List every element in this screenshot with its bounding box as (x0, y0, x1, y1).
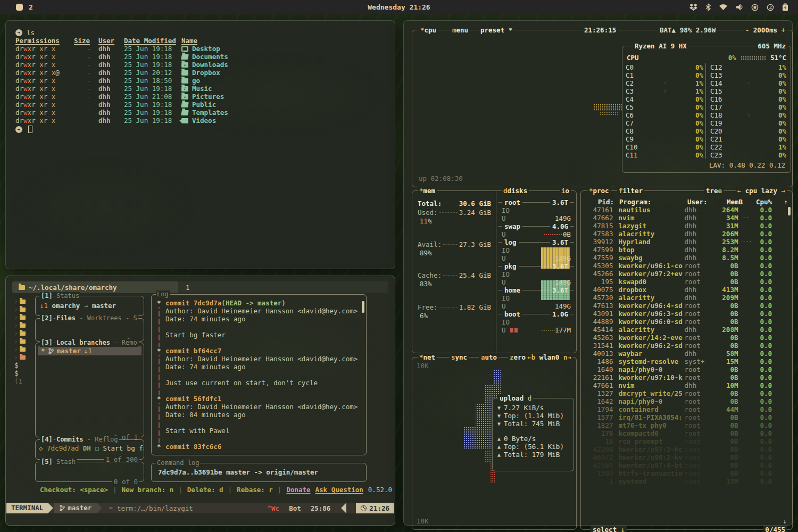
proc-row[interactable]: 1327dmcrypt_write/25root0B0.0 (586, 389, 788, 397)
proc-header-cpu[interactable]: Cpu% (743, 198, 788, 206)
proc-select-footer[interactable]: select ↓ (591, 526, 627, 532)
tab-index[interactable]: 1 (178, 284, 197, 292)
proc-row[interactable]: 47161nautilusdhh264M0.0 (586, 206, 788, 214)
disk-name-line: log3.6T (496, 238, 576, 246)
core-percent: 0% (684, 95, 703, 103)
proc-row[interactable]: 176kcompactd0root0B0.0 (586, 429, 788, 437)
name-cell[interactable]: Documents (177, 53, 228, 61)
tab-working-directory[interactable]: ~/.local/share/omarchy (12, 281, 178, 293)
lazygit-log-panel[interactable]: Log *commit 7dc9d7a (HEAD -> master)Auth… (151, 294, 367, 455)
gutter-row[interactable]: › (14, 345, 32, 353)
name-cell[interactable]: go (177, 77, 200, 85)
shell-prompt-empty[interactable]: → (15, 125, 389, 134)
net-stats-title[interactable]: upload d (498, 394, 533, 402)
name-cell[interactable]: Public (177, 101, 216, 109)
proc-row[interactable]: 47583alacrittydhh206M0.0 (586, 230, 788, 238)
cpu-box-title[interactable]: *cpu (419, 26, 438, 34)
name-cell[interactable]: Music (177, 85, 212, 93)
proc-row[interactable]: 22161kworker/u97:10-kroot0B0.0 (586, 373, 788, 381)
proc-row[interactable]: 39912Hyprlanddhh253M···0.0 (586, 238, 788, 246)
proc-row[interactable]: 1systemdroot13M0.0 (586, 477, 788, 485)
proc-row[interactable]: 1642napi/phy0-0root0B0.0 (586, 397, 788, 405)
mem-box-title[interactable]: *mem (418, 187, 437, 195)
proc-row[interactable]: 47661nvimdhh10M0.0 (586, 381, 788, 389)
proc-row[interactable]: 45414alacrittydhh208M0.0 (586, 326, 788, 334)
gutter-row[interactable]: $ (14, 361, 32, 369)
proc-row[interactable]: 46072kworker/u98:2-kvroot0B0.0 (586, 453, 788, 461)
desktop-icon (181, 46, 188, 52)
proc-row[interactable]: 1486systemd-resolvesyst+15M0.0 (586, 358, 788, 365)
proc-program: dropbox (618, 286, 684, 294)
mem-used-percent: 11% (420, 217, 432, 225)
gutter-row[interactable]: › (14, 313, 32, 321)
proc-tree-button[interactable]: tree (704, 187, 724, 195)
menu-button[interactable]: menu (451, 26, 470, 34)
proc-box-title[interactable]: *proc (587, 187, 611, 195)
net-sync-button[interactable]: sync (450, 353, 469, 361)
gutter-row[interactable]: › (14, 337, 32, 345)
donate-link[interactable]: Donate (286, 486, 310, 494)
name-cell[interactable]: Videos (177, 117, 216, 124)
proc-row[interactable]: 47662nvimdhh34M··0.0 (586, 214, 788, 222)
proc-header-user[interactable]: User: (687, 198, 715, 206)
lazygit-files-panel[interactable]: [2]-Files - Worktrees - S 0 of 0 (35, 318, 144, 342)
proc-row[interactable]: 43091kworker/u96:3-sdroot0B0.0 (586, 310, 788, 318)
name-cell[interactable]: Templates (177, 109, 228, 117)
gutter-row[interactable]: › (14, 305, 32, 313)
proc-scroll-up-icon[interactable]: ↑ (784, 198, 788, 206)
gutter-row[interactable]: › (14, 297, 32, 305)
gutter-row[interactable]: › (14, 353, 32, 361)
proc-header-memb[interactable]: MemB (715, 198, 743, 206)
branch-list-item[interactable]: * master ↓1 (38, 346, 142, 355)
proc-row[interactable]: 47559swaybgdhh8.5M0.0 (586, 254, 788, 262)
proc-row[interactable]: 42208kworker/u97:3-kcroot0B0.0 (586, 445, 788, 453)
gutter-row[interactable]: › (14, 329, 32, 337)
proc-row[interactable]: 1640napi/phy0-0root0B0.0 (586, 365, 788, 373)
net-zero-button[interactable]: zero (508, 353, 527, 361)
proc-row[interactable]: 1827mt76-tx phy0root0B0.0 (586, 421, 788, 429)
proc-row[interactable]: 1577irq/81-PIXA3854:root0B0.0 (586, 413, 788, 421)
net-auto-button[interactable]: auto (479, 353, 498, 361)
name-cell[interactable]: Dropbox (177, 69, 220, 77)
proc-row[interactable]: 47599btopdhh8.2M0.0 (586, 246, 788, 254)
proc-row[interactable]: 45266kworker/u97:2+evroot0B0.0 (586, 270, 788, 278)
proc-row[interactable]: 45305kworker/u96:1-coroot0B0.0 (586, 262, 788, 270)
proc-row[interactable]: 16rcu_preemptroot0B0.0 (586, 437, 788, 445)
name-cell[interactable]: Downloads (177, 61, 228, 69)
lazygit-stash-panel[interactable]: [5]-Stash 0 of 0 (35, 462, 144, 482)
proc-sort-selector[interactable]: ← cpu lazy → (736, 187, 787, 195)
proc-row[interactable]: 47613kworker/u96:4-sdroot0B0.0 (586, 302, 788, 310)
proc-row[interactable]: 31541kworker/u96:2-sdroot0B0.0 (586, 342, 788, 350)
proc-scrollbar-thumb[interactable] (788, 207, 791, 215)
lazygit-commits-panel[interactable]: [4]-Commits - Reflog ◇ 7dc9d7ad DH ○ Sta… (35, 439, 144, 460)
io-mode-button[interactable]: io (560, 187, 571, 195)
proc-row[interactable]: 1794containerdroot44M0.0 (586, 405, 788, 413)
log-panel-title: Log (156, 290, 170, 298)
disks-box-title[interactable]: ddisks (502, 187, 529, 195)
ask-question-link[interactable]: Ask Question (315, 486, 363, 494)
gutter-row[interactable]: › (14, 321, 32, 329)
proc-row[interactable]: 42389kworker/u97:4-btroot0B0.0 (586, 461, 788, 469)
proc-row[interactable]: 40013waybardhh58M0.0 (586, 350, 788, 358)
file-name: Dropbox (192, 69, 220, 77)
update-interval-control[interactable]: - 2000ms + (744, 26, 787, 34)
name-cell[interactable]: Pictures (177, 93, 224, 101)
proc-row[interactable]: 1380btrfs-transactioroot0B0.0 (586, 469, 788, 477)
proc-row[interactable]: 45263kworker/14:2-everoot0B0.0 (586, 334, 788, 342)
preset-button[interactable]: preset * (479, 26, 514, 34)
net-box-title[interactable]: *net (418, 353, 437, 361)
gutter-row[interactable]: $ (14, 369, 32, 377)
proc-header-pid[interactable]: Pid: (586, 198, 614, 206)
proc-row[interactable]: 45730alacrittydhh209M0.0 (586, 294, 788, 302)
lazygit-branches-panel[interactable]: [3]-Local branches - Remo * master ↓1 1 … (35, 343, 144, 437)
proc-row[interactable]: 40075dropboxdhh413M0.0 (586, 286, 788, 294)
proc-row[interactable]: 47815lazygitdhh31M0.0 (586, 222, 788, 230)
proc-filter-button[interactable]: filter (617, 187, 644, 195)
log-scrollbar-thumb[interactable] (362, 301, 364, 313)
proc-row[interactable]: 195kswapd0root0B0.0 (586, 278, 788, 286)
lazygit-status-panel[interactable]: [1]-Status ↓1 omarchy → master (35, 296, 144, 316)
net-interface-selector[interactable]: ←b wlan0 n→ (526, 353, 573, 361)
proc-row[interactable]: 44889kworker/u96:0-sdroot0B0.0 (586, 318, 788, 326)
proc-header-program[interactable]: Program: (619, 198, 687, 206)
name-cell[interactable]: Desktop (177, 45, 220, 53)
